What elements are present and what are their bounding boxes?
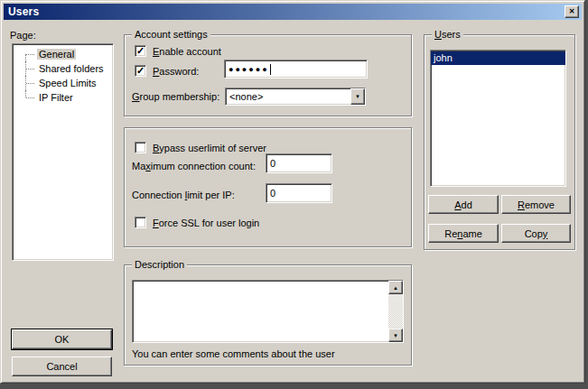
group-membership-label: Group membership:: [132, 91, 219, 103]
users-group-title: Users: [432, 29, 463, 41]
scrollbar-track[interactable]: [388, 294, 403, 329]
users-dialog: Users ✕ Page: General Shared folders Spe…: [0, 0, 585, 384]
page-item-ip-filter[interactable]: IP Filter: [13, 90, 113, 105]
description-group: Description ▲ ▼ You can enter some comme…: [124, 264, 412, 366]
connection-limit-ip-label: Connection limit per IP:: [132, 190, 235, 201]
account-settings-group: Account settings ✓ Enable account ✓ Pass…: [124, 34, 412, 116]
vertical-scrollbar[interactable]: ▲ ▼: [388, 281, 403, 342]
page-label: Page:: [10, 30, 36, 42]
scroll-up-icon[interactable]: ▲: [388, 281, 403, 294]
password-checkbox[interactable]: ✓: [135, 65, 146, 77]
group-membership-value: <none>: [226, 88, 350, 105]
tree-line: [25, 54, 26, 61]
enable-account-checkbox[interactable]: ✓: [135, 45, 146, 57]
description-hint: You can enter some comments about the us…: [132, 348, 335, 360]
connection-limit-ip-value: 0: [270, 188, 275, 199]
text-caret: [270, 64, 271, 75]
description-text[interactable]: [133, 281, 388, 342]
group-membership-select[interactable]: <none> ▼: [225, 88, 366, 106]
ok-button[interactable]: OK: [12, 329, 112, 349]
bypass-userlimit-label[interactable]: Bypass userlimit of server: [153, 143, 266, 154]
user-list-item[interactable]: john: [431, 51, 565, 65]
password-input[interactable]: ●●●●●●: [224, 60, 368, 79]
tree-line: [25, 90, 26, 97]
enable-account-label[interactable]: Enable account: [153, 46, 221, 58]
max-connection-label: Maximum connection count:: [132, 161, 256, 172]
max-connection-value: 0: [270, 158, 275, 169]
tree-line: [26, 97, 34, 98]
description-textarea[interactable]: ▲ ▼: [132, 280, 404, 343]
force-ssl-checkbox[interactable]: [135, 217, 146, 228]
scroll-down-icon[interactable]: ▼: [388, 329, 403, 342]
connection-limit-ip-input[interactable]: 0: [266, 183, 332, 203]
window-title: Users: [8, 5, 565, 18]
checkmark-icon: ✓: [136, 46, 145, 55]
connection-limits-group: Bypass userlimit of server Maximum conne…: [124, 127, 412, 247]
tree-line: [26, 69, 34, 69]
close-icon[interactable]: ✕: [565, 5, 579, 18]
remove-button[interactable]: Remove: [501, 195, 571, 214]
users-group: Users john Add Remove Rename Copy: [424, 34, 575, 250]
rename-button[interactable]: Rename: [428, 224, 499, 243]
page-list[interactable]: General Shared folders Speed Limits IP F…: [12, 43, 114, 261]
chevron-down-icon[interactable]: ▼: [350, 88, 365, 105]
cancel-button[interactable]: Cancel: [12, 357, 112, 376]
copy-button[interactable]: Copy: [501, 224, 571, 243]
tree-line: [26, 83, 34, 84]
password-masked-value: ●●●●●●: [229, 65, 269, 74]
tree-line: [26, 54, 34, 55]
title-bar: Users ✕: [4, 4, 582, 20]
description-title: Description: [132, 259, 187, 271]
add-button[interactable]: Add: [428, 195, 499, 214]
password-label[interactable]: Password:: [153, 66, 199, 78]
page-item-speed-limits[interactable]: Speed Limits: [13, 76, 113, 90]
bypass-userlimit-checkbox[interactable]: [135, 142, 146, 153]
users-list[interactable]: john: [430, 50, 566, 187]
page-item-general[interactable]: General: [13, 47, 113, 61]
checkmark-icon: ✓: [136, 66, 145, 75]
max-connection-input[interactable]: 0: [266, 153, 332, 173]
account-settings-title: Account settings: [132, 29, 210, 41]
page-item-shared-folders[interactable]: Shared folders: [13, 61, 113, 76]
force-ssl-label[interactable]: Force SSL for user login: [153, 218, 259, 229]
